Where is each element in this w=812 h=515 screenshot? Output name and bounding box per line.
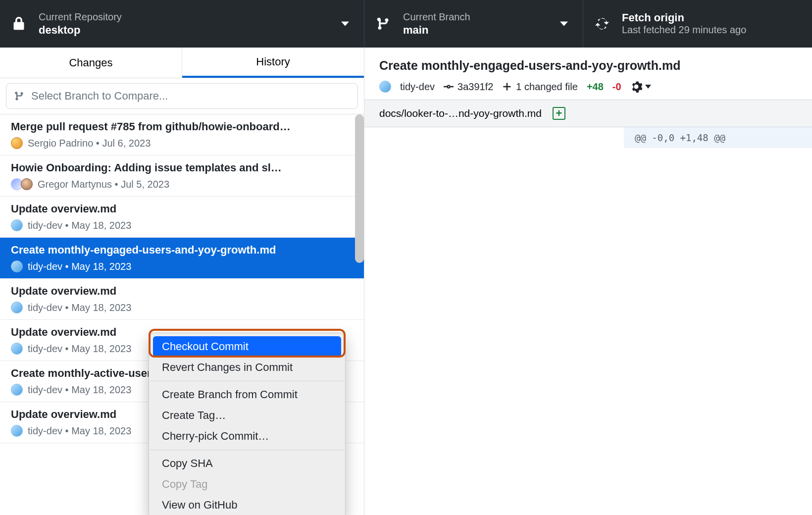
avatar [11,219,23,231]
avatar [11,302,23,313]
branch-label: Current Branch [403,11,470,23]
commit-context-menu: Checkout Commit Revert Changes in Commit… [149,333,346,515]
scrollbar-thumb[interactable] [355,114,364,263]
branch-compare-row: Select Branch to Compare... [0,78,364,114]
files-changed[interactable]: 1 changed file [502,81,578,93]
commit-item-meta: Gregor Martynus • Jul 5, 2023 [11,178,353,190]
commit-item-byline: tidy-dev • May 18, 2023 [28,220,131,231]
avatar [11,384,23,396]
diff-hunk-header: @@ -0,0 +1,48 @@ [624,127,812,148]
chevron-down-icon [341,22,349,26]
commit-item-byline: tidy-dev • May 18, 2023 [28,302,131,313]
chevron-down-icon [560,22,568,26]
menu-view-on-github[interactable]: View on GitHub [149,495,345,515]
commit-item-title: Update overview.md [11,203,353,215]
commit-sha[interactable]: 3a391f2 [444,81,493,93]
commit-item-byline: Sergio Padrino • Jul 6, 2023 [28,138,151,149]
commit-item[interactable]: Update overview.mdtidy-dev • May 18, 202… [0,279,364,320]
sidebar: Changes History Select Branch to Compare… [0,48,364,515]
fetch-label: Fetch origin [622,11,746,24]
lock-icon [12,17,26,31]
commit-item-title: Create monthly-engaged-users-and-yoy-gro… [11,244,353,257]
menu-create-tag[interactable]: Create Tag… [149,405,345,426]
commit-item-meta: Sergio Padrino • Jul 6, 2023 [11,137,353,149]
sidebar-tabs: Changes History [0,48,364,78]
menu-create-branch[interactable]: Create Branch from Commit [149,384,345,405]
commit-detail-panel: Create monthly-engaged-users-and-yoy-gro… [364,48,812,515]
avatar [11,260,23,272]
commit-item-title: Merge pull request #785 from github/howi… [11,120,353,133]
menu-cherry-pick[interactable]: Cherry-pick Commit… [149,426,345,447]
changed-file-row[interactable]: docs/looker-to-…nd-yoy-growth.md + [364,100,812,127]
commit-item-byline: tidy-dev • May 18, 2023 [28,425,131,437]
commit-item-title: Howie Onboarding: Adding issue templates… [11,161,353,174]
avatar [11,343,23,355]
commit-title: Create monthly-engaged-users-and-yoy-gro… [379,58,797,73]
branch-value: main [403,24,470,37]
commit-item[interactable]: Merge pull request #785 from github/howi… [0,114,364,155]
commit-meta: tidy-dev 3a391f2 1 changed file +48 -0 [379,81,797,93]
deletions-count: -0 [612,81,621,93]
commit-item-meta: tidy-dev • May 18, 2023 [11,260,353,272]
commit-item[interactable]: Create monthly-engaged-users-and-yoy-gro… [0,238,364,279]
menu-copy-sha[interactable]: Copy SHA [149,453,345,474]
toolbar: Current Repository desktop Current Branc… [0,0,812,48]
additions-count: +48 [587,81,604,93]
commit-author: tidy-dev [379,81,435,93]
compare-placeholder: Select Branch to Compare... [31,90,168,103]
git-branch-icon [376,17,390,31]
tab-changes[interactable]: Changes [0,48,182,78]
avatar [11,137,23,149]
commit-item[interactable]: Howie Onboarding: Adding issue templates… [0,155,364,197]
branch-compare-select[interactable]: Select Branch to Compare... [6,83,358,109]
repo-value: desktop [39,24,122,37]
commit-item-meta: tidy-dev • May 18, 2023 [11,219,353,231]
diff-settings-dropdown[interactable] [630,81,651,93]
commit-item-byline: tidy-dev • May 18, 2023 [28,384,131,396]
file-added-icon: + [553,107,565,120]
menu-revert-changes[interactable]: Revert Changes in Commit [149,357,345,378]
menu-copy-tag: Copy Tag [149,474,345,495]
avatar [379,81,391,93]
file-path: docs/looker-to-…nd-yoy-growth.md [379,107,542,119]
commit-item[interactable]: Update overview.mdtidy-dev • May 18, 202… [0,197,364,238]
commit-item-title: Update overview.md [11,285,353,298]
menu-separator [150,381,344,381]
avatar [11,425,23,437]
commit-item-byline: tidy-dev • May 18, 2023 [28,343,131,355]
diff-icon [502,82,512,92]
git-branch-icon [14,91,24,101]
fetch-status: Last fetched 29 minutes ago [622,24,746,36]
commit-item-byline: Gregor Martynus • Jul 5, 2023 [38,179,169,190]
menu-checkout-commit[interactable]: Checkout Commit [153,336,341,357]
tab-history[interactable]: History [182,48,364,78]
commit-item-byline: tidy-dev • May 18, 2023 [28,261,131,272]
fetch-origin-button[interactable]: Fetch origin Last fetched 29 minutes ago [583,0,812,48]
menu-separator [150,450,344,450]
avatar [21,178,33,190]
sync-icon [595,17,609,31]
diff-view[interactable]: @@ -0,0 +1,48 @@ [364,127,812,515]
git-commit-icon [444,82,454,92]
commit-item-meta: tidy-dev • May 18, 2023 [11,302,353,313]
gear-icon [630,81,642,93]
current-branch-dropdown[interactable]: Current Branch main [364,0,583,48]
chevron-down-icon [645,85,651,89]
repo-label: Current Repository [39,11,122,23]
current-repository-dropdown[interactable]: Current Repository desktop [0,0,364,48]
